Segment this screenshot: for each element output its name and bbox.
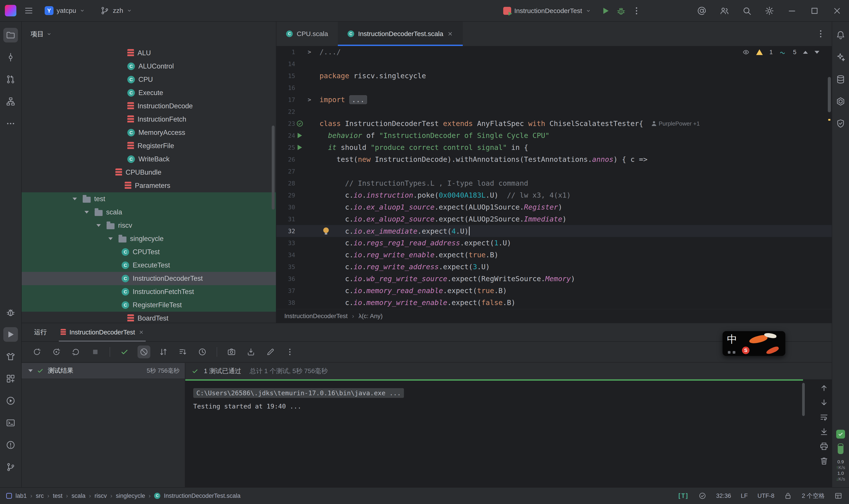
more-actions-button[interactable] (632, 6, 642, 16)
fold-chevron-icon[interactable]: > (308, 96, 311, 103)
author-inlay-hint[interactable]: PurplePower +1 (652, 120, 700, 127)
status-breadcrumb-riscv[interactable]: riscv (95, 492, 107, 499)
close-icon[interactable] (139, 329, 144, 335)
close-icon[interactable] (447, 31, 453, 37)
code-line-38[interactable]: 38 c.io.memory_write_enable.expect(false… (276, 296, 832, 309)
run-config-selector[interactable]: InstructionDecoderTest (500, 5, 595, 17)
code-line-36[interactable]: 36 c.io.wb_reg_write_source.expect(RegWr… (276, 273, 832, 285)
soft-wrap-icon[interactable] (819, 413, 829, 422)
expand-chevron-icon[interactable] (108, 237, 113, 240)
status-breadcrumb-scala[interactable]: scala (72, 492, 86, 499)
code-editor[interactable]: 1 5 1>/.../1415package riscv.singlecycle… (276, 46, 832, 309)
code-line-32[interactable]: 32 c.io.ex_immediate.expect(4.U) (276, 225, 832, 237)
show-passed-button[interactable] (118, 345, 131, 358)
scroll-to-top-icon[interactable] (819, 383, 829, 393)
tree-item-scala[interactable]: scala (22, 205, 276, 219)
code-line-14[interactable]: 14 (276, 58, 832, 70)
export-test-results-button[interactable] (264, 345, 277, 358)
code-line-33[interactable]: 33 c.io.regs_reg1_read_address.expect(1.… (276, 237, 832, 249)
tree-item-RegisterFileTest[interactable]: CRegisterFileTest (22, 299, 276, 312)
run-tab-instructiondecodertest[interactable]: InstructionDecoderTest (59, 323, 146, 342)
editor-tab-CPU.scala[interactable]: CCPU.scala (276, 22, 338, 46)
clear-all-icon[interactable] (819, 456, 829, 466)
code-line-26[interactable]: 26 test(new InstructionDecode).withAnnot… (276, 154, 832, 165)
code-line-31[interactable]: 31 c.io.ex_aluop2_source.expect(ALUOp2So… (276, 213, 832, 225)
status-breadcrumb-src[interactable]: src (36, 492, 44, 499)
code-line-29[interactable]: 29 c.io.instruction.poke(0x0040A183L.U) … (276, 189, 832, 201)
code-line-25[interactable]: 25 it should "produce correct control si… (276, 142, 832, 154)
previous-problem-icon[interactable] (803, 51, 808, 54)
tree-item-MemoryAccess[interactable]: CMemoryAccess (22, 126, 276, 139)
run-console[interactable]: 1 测试已通过 总计 1 个测试, 5秒 756毫秒 C:\Users\2658… (185, 363, 832, 487)
rerun-failed-button[interactable] (50, 345, 63, 358)
mentions-icon[interactable] (697, 6, 707, 16)
code-line-30[interactable]: 30 c.io.ex_aluop1_source.expect(ALUOp1So… (276, 201, 832, 213)
translator-badge[interactable]: [T] (678, 492, 689, 500)
warning-stripe-mark[interactable] (828, 119, 830, 121)
tool-button-run[interactable] (3, 327, 18, 342)
tool-button-project-folder[interactable] (3, 28, 18, 42)
tree-item-CPUTest[interactable]: CCPUTest (22, 245, 276, 259)
tool-button-services[interactable] (3, 371, 18, 386)
more-options-button[interactable] (284, 345, 296, 358)
status-breadcrumb-test[interactable]: test (53, 492, 62, 499)
expand-chevron-icon[interactable] (73, 198, 77, 200)
tool-button-problems[interactable] (3, 438, 18, 452)
tool-button-pull-requests[interactable] (3, 72, 18, 87)
tree-item-InstructionDecoderTest[interactable]: CInstructionDecoderTest (22, 272, 276, 285)
tool-button-more[interactable] (3, 116, 18, 131)
run-test-icon[interactable] (297, 145, 302, 150)
run-button[interactable] (601, 6, 611, 16)
tree-item-ALU[interactable]: ALU (22, 47, 276, 60)
tool-button-notifications[interactable] (833, 28, 848, 42)
project-panel-header[interactable]: 项目 (22, 22, 276, 47)
breadcrumb-item[interactable]: InstructionDecoderTest (284, 312, 347, 320)
main-menu-icon[interactable] (24, 6, 34, 16)
tree-item-CPUBundle[interactable]: CPUBundle (22, 166, 276, 179)
stop-button[interactable] (89, 345, 102, 358)
tree-item-WriteBack[interactable]: CWriteBack (22, 152, 276, 166)
sort-by-duration-button[interactable] (177, 345, 189, 358)
line-separator[interactable]: LF (741, 492, 748, 499)
test-history-button[interactable] (196, 345, 209, 358)
code-line-35[interactable]: 35 c.io.reg_write_address.expect(3.U) (276, 261, 832, 273)
tree-item-test[interactable]: test (22, 192, 276, 205)
ime-language-indicator[interactable]: 中 (727, 332, 737, 346)
status-breadcrumb-InstructionDecoderTest.scala[interactable]: InstructionDecoderTest.scala (164, 492, 240, 499)
tree-item-singlecycle[interactable]: singlecycle (22, 232, 276, 245)
expand-chevron-icon[interactable] (96, 224, 101, 227)
tree-item-InstructionFetchTest[interactable]: CInstructionFetchTest (22, 285, 276, 299)
expand-chevron-icon[interactable] (85, 211, 89, 214)
minimize-button[interactable] (787, 6, 797, 16)
sort-alphabetically-button[interactable] (157, 345, 170, 358)
console-output[interactable]: C:\Users\26586\.jdks\temurin-17.0.16\bin… (185, 381, 832, 413)
tree-item-InstructionDecode[interactable]: InstructionDecode (22, 100, 276, 113)
settings-icon[interactable] (764, 6, 774, 16)
reader-mode-eye-icon[interactable] (742, 49, 749, 56)
code-line-22[interactable]: 22 (276, 106, 832, 118)
status-breadcrumb-singlecycle[interactable]: singlecycle (116, 492, 145, 499)
scroll-to-end-icon[interactable] (819, 427, 829, 436)
read-only-lock-icon[interactable] (784, 492, 792, 500)
tree-item-BoardTest[interactable]: BoardTest (22, 312, 276, 323)
no-problems-icon[interactable] (699, 492, 706, 500)
code-line-37[interactable]: 37 c.io.memory_read_enable.expect(true.B… (276, 285, 832, 296)
tree-item-Parameters[interactable]: Parameters (22, 179, 276, 192)
tab-list-icon[interactable] (816, 29, 826, 39)
test-results-header[interactable]: 测试结果 5秒 756毫秒 (22, 363, 185, 378)
code-line-17[interactable]: 17>import ... (276, 94, 832, 106)
close-button[interactable] (832, 6, 842, 16)
intention-bulb-icon[interactable] (323, 228, 329, 235)
tool-button-ai-assistant[interactable] (833, 50, 848, 65)
tree-item-InstructionFetch[interactable]: InstructionFetch (22, 113, 276, 126)
project-scrollbar[interactable] (272, 126, 275, 210)
tree-item-RegisterFile[interactable]: RegisterFile (22, 139, 276, 152)
editor-tab-InstructionDecoderTest.scala[interactable]: CInstructionDecoderTest.scala (338, 22, 463, 46)
tool-button-structure[interactable] (3, 94, 18, 109)
maximize-button[interactable] (810, 6, 819, 16)
memory-indicator[interactable] (838, 444, 844, 454)
code-line-27[interactable]: 27 (276, 165, 832, 177)
file-encoding[interactable]: UTF-8 (757, 492, 775, 499)
code-line-34[interactable]: 34 c.io.reg_write_enable.expect(true.B) (276, 249, 832, 261)
tree-item-CPU[interactable]: CCPU (22, 73, 276, 86)
